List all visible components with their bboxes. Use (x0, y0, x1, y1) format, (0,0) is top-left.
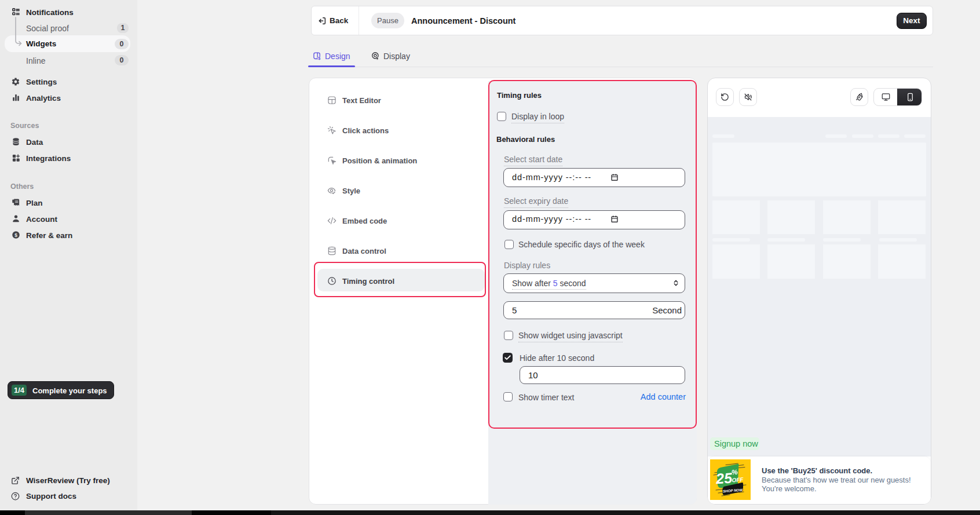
svg-text:$: $ (14, 232, 17, 238)
svg-text:%: % (732, 468, 738, 477)
svg-text:$: $ (318, 56, 320, 60)
svg-text:25: 25 (715, 469, 733, 487)
svg-text:OFF: OFF (732, 476, 744, 483)
